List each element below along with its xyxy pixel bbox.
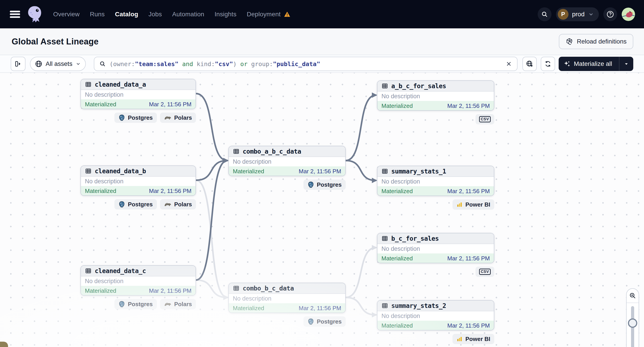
asset-status-row[interactable]: MaterializedMar 2, 11:56 PM (81, 186, 196, 196)
zoom-slider[interactable] (626, 303, 639, 347)
asset-status-row[interactable]: MaterializedMar 2, 11:56 PM (378, 253, 494, 263)
materialize-all-button[interactable]: Materialize all (559, 57, 633, 71)
asset-node-header[interactable]: summary_stats_1 (378, 166, 494, 177)
asset-name: cleaned_data_a (95, 81, 146, 88)
polars-icon (164, 202, 172, 207)
asset-status-row[interactable]: MaterializedMar 2, 11:56 PM (229, 303, 345, 313)
new-scope-button[interactable] (522, 57, 537, 71)
materialize-all-label: Materialize all (574, 60, 612, 67)
asset-node-a_b_c_for_sales[interactable]: a_b_c_for_salesNo descriptionMaterialize… (377, 80, 494, 111)
asset-description: No description (81, 277, 196, 286)
dagster-logo[interactable] (26, 5, 43, 24)
materialized-status: Materialized (382, 255, 413, 262)
asset-node-summary_stats_1[interactable]: summary_stats_1No descriptionMaterialize… (377, 166, 494, 196)
asset-status-row[interactable]: MaterializedMar 2, 11:56 PM (229, 166, 345, 176)
asset-description: No description (378, 91, 494, 101)
nav-item-insights[interactable]: Insights (214, 11, 236, 18)
clear-search-button[interactable] (506, 60, 512, 67)
materialized-status: Materialized (382, 188, 413, 195)
polars-icon (164, 302, 172, 307)
asset-status-row[interactable]: MaterializedMar 2, 11:56 PM (378, 186, 494, 196)
tag-power-bi[interactable]: Power BI (452, 199, 494, 210)
asset-node-combo_b_c_data[interactable]: combo_b_c_dataNo descriptionMaterialized… (228, 283, 346, 313)
tag-power-bi[interactable]: Power BI (452, 334, 494, 344)
materialized-status: Materialized (382, 102, 413, 109)
asset-node-combo_a_b_c_data[interactable]: combo_a_b_c_dataNo descriptionMaterializ… (228, 146, 346, 176)
user-avatar[interactable] (622, 7, 635, 21)
lineage-graph-canvas[interactable]: cleaned_data_aNo descriptionMaterialized… (0, 73, 644, 347)
reload-definitions-label: Reload definitions (577, 38, 626, 45)
powerbi-icon (456, 336, 463, 342)
asset-name: cleaned_data_c (95, 267, 146, 275)
tag-polars[interactable]: Polars (160, 299, 196, 309)
materialized-timestamp: Mar 2, 11:56 PM (447, 255, 490, 262)
asset-node-header[interactable]: combo_a_b_c_data (229, 146, 345, 157)
hamburger-menu-icon[interactable] (10, 11, 20, 18)
deployment-name: prod (572, 11, 584, 18)
asset-node-b_c_for_sales[interactable]: b_c_for_salesNo descriptionMaterializedM… (377, 233, 494, 263)
nav-item-automation[interactable]: Automation (172, 11, 204, 18)
tag-postgres[interactable]: Postgres (304, 317, 346, 327)
nav-item-overview[interactable]: Overview (53, 11, 80, 18)
nav-item-deployment[interactable]: Deployment (247, 11, 290, 18)
expand-sidebar-button[interactable] (11, 57, 26, 71)
table-icon (382, 302, 388, 309)
postgres-icon (118, 201, 125, 208)
asset-node-cleaned_data_b[interactable]: cleaned_data_bNo descriptionMaterialized… (80, 165, 196, 196)
tag-postgres[interactable]: Postgres (114, 112, 157, 123)
materialized-timestamp: Mar 2, 11:56 PM (447, 322, 490, 329)
nav-item-label: Overview (53, 11, 80, 18)
zoom-slider-thumb[interactable] (628, 319, 637, 328)
asset-name: b_c_for_sales (391, 235, 439, 242)
materialized-status: Materialized (85, 188, 116, 195)
tag-polars[interactable]: Polars (160, 112, 196, 123)
csv-icon: CSV (479, 269, 491, 275)
asset-status-row[interactable]: MaterializedMar 2, 11:56 PM (81, 286, 196, 296)
asset-node-header[interactable]: cleaned_data_b (81, 166, 196, 177)
nav-links: OverviewRunsCatalogJobsAutomationInsight… (53, 11, 290, 18)
deployment-switcher[interactable]: P prod (556, 7, 599, 21)
panel-toggle-icon (14, 60, 22, 68)
asset-node-cleaned_data_c[interactable]: cleaned_data_cNo descriptionMaterialized… (80, 265, 196, 296)
asset-node-header[interactable]: cleaned_data_a (81, 79, 196, 90)
asset-node-header[interactable]: b_c_for_sales (378, 233, 494, 244)
tag-label: Postgres (128, 301, 152, 308)
global-search-button[interactable] (538, 7, 552, 21)
asset-status-row[interactable]: MaterializedMar 2, 11:56 PM (378, 101, 494, 111)
search-query-text: (owner:"team:sales" and kind:"csv") or g… (110, 60, 502, 67)
asset-tag-row: Postgres (304, 180, 346, 190)
nav-item-catalog[interactable]: Catalog (115, 11, 138, 18)
materialize-options-button[interactable] (620, 57, 633, 71)
tag-csv[interactable]: CSV (476, 114, 494, 124)
zoom-in-button[interactable] (626, 289, 639, 303)
tag-label: Polars (174, 301, 192, 308)
tag-postgres[interactable]: Postgres (114, 199, 157, 209)
asset-search-input[interactable]: (owner:"team:sales" and kind:"csv") or g… (94, 57, 518, 71)
tag-csv[interactable]: CSV (476, 267, 494, 277)
tag-postgres[interactable]: Postgres (304, 180, 346, 190)
reload-definitions-button[interactable]: Reload definitions (559, 34, 633, 49)
chevron-down-icon (588, 11, 594, 17)
nav-item-label: Insights (214, 11, 236, 18)
asset-node-summary_stats_2[interactable]: summary_stats_2No descriptionMaterialize… (377, 300, 494, 331)
asset-scope-dropdown[interactable]: All assets (30, 57, 86, 71)
nav-item-runs[interactable]: Runs (90, 11, 104, 18)
nav-item-jobs[interactable]: Jobs (148, 11, 162, 18)
asset-status-row[interactable]: MaterializedMar 2, 11:56 PM (81, 99, 196, 109)
help-button[interactable] (603, 7, 617, 21)
asset-name: summary_stats_1 (391, 168, 446, 175)
table-icon (233, 285, 240, 292)
tag-polars[interactable]: Polars (160, 199, 196, 209)
asset-node-header[interactable]: summary_stats_2 (378, 301, 494, 311)
tag-label: Postgres (128, 201, 152, 208)
warning-triangle-icon (284, 11, 290, 18)
asset-status-row[interactable]: MaterializedMar 2, 11:56 PM (378, 321, 494, 331)
tag-postgres[interactable]: Postgres (114, 299, 157, 309)
asset-node-cleaned_data_a[interactable]: cleaned_data_aNo descriptionMaterialized… (80, 79, 196, 109)
asset-node-header[interactable]: a_b_c_for_sales (378, 81, 494, 91)
query-token: or (240, 60, 251, 67)
asset-node-header[interactable]: cleaned_data_c (81, 266, 196, 277)
nav-item-label: Jobs (148, 11, 162, 18)
refresh-graph-button[interactable] (541, 57, 555, 71)
asset-node-header[interactable]: combo_b_c_data (229, 283, 345, 294)
